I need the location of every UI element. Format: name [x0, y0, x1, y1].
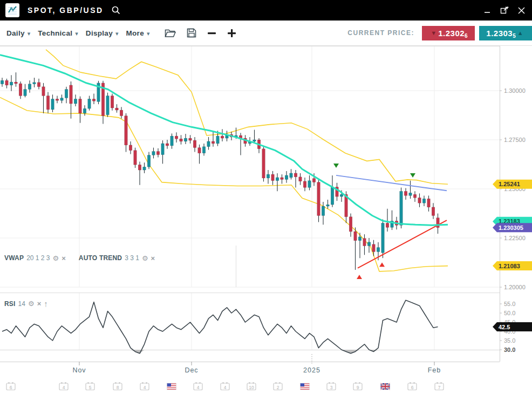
- move-pane-up-icon[interactable]: ↑: [44, 300, 48, 308]
- timeframe-menu-label: Daily: [6, 29, 25, 37]
- more-menu-label: More: [126, 29, 144, 37]
- rsi-value-badge[interactable]: 42.5: [493, 322, 532, 331]
- svg-text:35.0: 35.0: [504, 337, 515, 344]
- arrow-down-icon: ▼: [431, 30, 436, 36]
- bid-price-badge[interactable]: ▼ 1.2302 6: [422, 26, 475, 40]
- calendar-event-icon[interactable]: 7: [435, 382, 444, 390]
- svg-text:Dec: Dec: [185, 366, 198, 374]
- arrow-up-icon: ▲: [517, 30, 523, 36]
- rsi-params: 14: [18, 300, 25, 308]
- gear-icon[interactable]: ⚙: [53, 255, 59, 262]
- svg-text:3: 3: [330, 385, 333, 390]
- svg-text:7: 7: [438, 385, 441, 390]
- candlestick-series: [1, 72, 439, 270]
- autotrend-label: AUTO TREND: [79, 254, 122, 262]
- svg-text:42.5: 42.5: [499, 324, 510, 330]
- bb-upper-line: [46, 50, 448, 184]
- svg-text:6: 6: [10, 385, 12, 390]
- calendar-event-icon[interactable]: 8: [113, 382, 122, 390]
- title-bar: SPOT, GBP/USD: [0, 0, 532, 21]
- technical-menu[interactable]: Technical ▾: [38, 29, 78, 37]
- last-price-badge[interactable]: 1.230305: [493, 223, 532, 232]
- buy-signal-icon: [379, 262, 385, 267]
- rsi-pane: [2, 300, 438, 354]
- display-menu[interactable]: Display ▾: [86, 29, 119, 37]
- price-chart[interactable]: 1.300001.275001.250001.225001.2000055.05…: [0, 46, 532, 394]
- us-flag-icon[interactable]: [167, 383, 176, 390]
- svg-text:10: 10: [249, 385, 254, 390]
- calendar-event-icon[interactable]: 9: [353, 382, 362, 390]
- support-trend-line: [358, 220, 447, 268]
- svg-text:4: 4: [144, 385, 146, 390]
- us-flag-icon[interactable]: [301, 383, 310, 390]
- display-menu-label: Display: [86, 29, 113, 37]
- bb-lower-badge[interactable]: 1.21083: [493, 261, 532, 270]
- svg-text:4: 4: [197, 385, 200, 390]
- time-axis: NovDec2025Feb: [72, 354, 441, 374]
- chevron-down-icon: ▾: [75, 30, 78, 37]
- event-calendar-row: 64584441023967: [6, 382, 444, 390]
- search-icon[interactable]: [111, 5, 121, 15]
- more-menu[interactable]: More ▾: [126, 29, 149, 37]
- calendar-event-icon[interactable]: 10: [247, 382, 256, 390]
- page-title: SPOT, GBP/USD: [28, 6, 104, 15]
- ask-price-value: 1.2303: [486, 29, 513, 38]
- ask-price-pip: 5: [513, 33, 516, 39]
- bid-price-value: 1.2302: [438, 29, 465, 38]
- chart-toolbar: Daily ▾ Technical ▾ Display ▾ More ▾: [0, 21, 532, 46]
- calendar-event-icon[interactable]: 3: [327, 382, 336, 390]
- calendar-event-icon[interactable]: 4: [194, 382, 202, 390]
- vwap-label: VWAP: [4, 254, 24, 262]
- rsi-label: RSI: [4, 300, 16, 308]
- svg-text:2: 2: [277, 385, 279, 390]
- close-icon[interactable]: [517, 6, 526, 15]
- chart-area[interactable]: 1.300001.275001.250001.225001.2000055.05…: [0, 46, 532, 394]
- buy-signal-icon: [357, 275, 362, 279]
- gear-icon[interactable]: ⚙: [142, 255, 148, 262]
- svg-text:Feb: Feb: [428, 366, 441, 374]
- calendar-event-icon[interactable]: 4: [59, 382, 68, 390]
- minimize-icon[interactable]: [484, 6, 492, 14]
- svg-text:1.22500: 1.22500: [504, 235, 526, 241]
- gear-icon[interactable]: ⚙: [28, 300, 35, 307]
- bb-upper-badge[interactable]: 1.25241: [493, 180, 532, 189]
- svg-text:1.27500: 1.27500: [504, 137, 526, 143]
- ask-price-badge[interactable]: 1.2303 5 ▲: [479, 26, 532, 40]
- popout-icon[interactable]: [500, 6, 509, 15]
- vwap-params: 20 1 2 3: [26, 254, 50, 262]
- zoom-in-icon[interactable]: [227, 29, 236, 38]
- calendar-event-icon[interactable]: 4: [221, 382, 229, 390]
- chevron-down-icon: ▾: [28, 30, 31, 37]
- svg-text:1.20000: 1.20000: [504, 284, 526, 290]
- open-folder-icon[interactable]: [165, 29, 176, 38]
- svg-text:1.25241: 1.25241: [499, 181, 520, 187]
- calendar-event-icon[interactable]: 6: [408, 382, 417, 390]
- calendar-event-icon[interactable]: 6: [6, 382, 15, 390]
- vwap-line: [0, 55, 448, 226]
- svg-text:30.0: 30.0: [504, 347, 515, 353]
- zoom-out-icon[interactable]: [207, 29, 216, 38]
- axis-badges: 1.252411.231831.2303051.2108342.5: [493, 180, 532, 331]
- sell-signal-icon: [410, 173, 415, 178]
- svg-text:9: 9: [357, 385, 359, 390]
- bid-price-pip: 6: [465, 33, 468, 39]
- svg-text:1.30000: 1.30000: [504, 87, 526, 94]
- chevron-down-icon: ▾: [147, 30, 150, 37]
- calendar-event-icon[interactable]: 2: [274, 382, 282, 390]
- remove-rsi-icon[interactable]: ×: [37, 300, 42, 307]
- save-icon[interactable]: [187, 28, 196, 38]
- indicator-legend-vwap: VWAP 20 1 2 3 ⚙ × AUTO TREND 3 3 1 ⚙ ×: [4, 254, 155, 262]
- uk-flag-icon[interactable]: [381, 383, 390, 390]
- remove-vwap-icon[interactable]: ×: [62, 255, 66, 262]
- calendar-event-icon[interactable]: 5: [86, 382, 94, 390]
- svg-text:4: 4: [63, 385, 65, 390]
- sell-signal-icon: [333, 164, 339, 168]
- calendar-event-icon[interactable]: 4: [140, 382, 149, 390]
- remove-autotrend-icon[interactable]: ×: [151, 255, 155, 262]
- svg-text:8: 8: [117, 385, 119, 390]
- window-controls: [484, 6, 526, 15]
- trading-app-window: SPOT, GBP/USD: [0, 0, 532, 394]
- timeframe-menu[interactable]: Daily ▾: [6, 29, 30, 37]
- svg-text:4: 4: [224, 385, 227, 390]
- autotrend-params: 3 3 1: [125, 254, 139, 262]
